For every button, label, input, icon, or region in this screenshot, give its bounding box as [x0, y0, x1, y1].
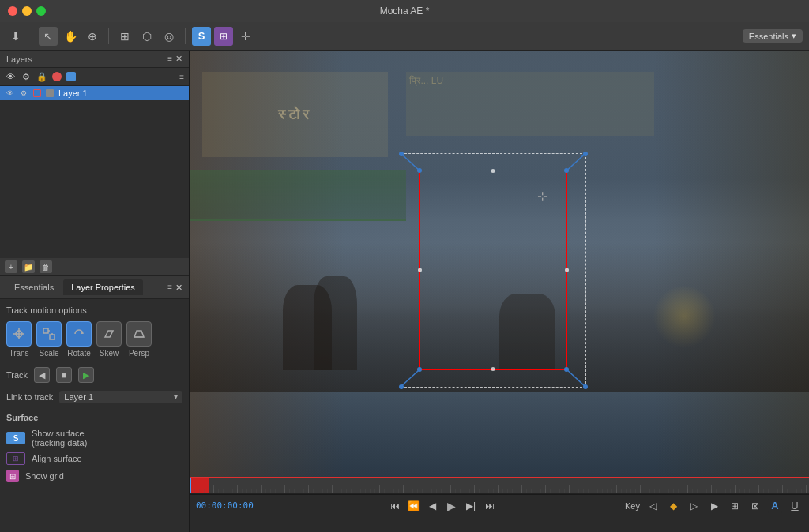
warp-tool-button[interactable]: ⊞ — [115, 27, 134, 46]
align-surface-item[interactable]: ⊞ Align surface — [6, 452, 182, 465]
toolbar-separator-2 — [108, 28, 109, 44]
mid-handle-top[interactable] — [491, 169, 495, 173]
app-title: Mocha AE * — [380, 6, 430, 17]
timeline-ticks-svg — [190, 478, 809, 493]
play-button[interactable]: ▶ — [443, 498, 461, 514]
minimize-button[interactable] — [22, 6, 32, 16]
layer-type-icon — [46, 89, 54, 97]
show-surface-label: Show surface(tracking data) — [32, 429, 87, 448]
outer-corner-tr[interactable] — [583, 152, 588, 156]
crosshair-tool-button[interactable]: ✛ — [236, 27, 255, 46]
tab-essentials[interactable]: Essentials — [6, 279, 62, 295]
traffic-lights — [8, 6, 46, 16]
rotate-icon — [66, 321, 92, 347]
layer-name[interactable]: Layer 1 — [58, 88, 88, 98]
workspace-selector[interactable]: Essentials ▾ — [743, 29, 803, 43]
mid-handle-bottom[interactable] — [491, 367, 495, 371]
grid-tool-button[interactable]: ⊞ — [214, 27, 233, 46]
close-button[interactable] — [8, 6, 17, 16]
show-grid-item[interactable]: ⊞ Show grid — [6, 470, 182, 482]
frame-back-button[interactable]: ◀ — [424, 498, 442, 514]
outer-corner-br[interactable] — [583, 384, 588, 389]
outer-corner-tl[interactable] — [399, 152, 404, 156]
video-canvas: स्टोर प्रि... LU — [190, 51, 809, 477]
rotate-label: Rotate — [67, 349, 90, 358]
mid-handle-left[interactable] — [418, 268, 422, 272]
props-icon-add[interactable]: + — [5, 260, 17, 273]
playback-controls: ⏮ ⏪ ◀ ▶ ▶| ⏭ — [262, 498, 623, 514]
maximize-button[interactable] — [36, 6, 46, 16]
lock-column-icon: 🔒 — [36, 71, 47, 82]
layers-menu-icon[interactable]: ≡ — [179, 73, 184, 81]
pointer-tool-button[interactable]: ↖ — [39, 27, 58, 46]
surface-section-label: Surface — [6, 413, 182, 422]
keyframe-next-button[interactable]: ▷ — [686, 498, 702, 514]
layer-color-swatch — [33, 89, 41, 97]
building-sign-center: प्रि... LU — [406, 72, 654, 136]
props-icon-folder[interactable]: 📁 — [22, 260, 35, 273]
cursor-icon: ⊹ — [537, 188, 547, 203]
unlink-button[interactable]: ⊠ — [747, 498, 763, 514]
persp-motion-button[interactable]: Persp — [126, 321, 152, 358]
svg-rect-4 — [50, 335, 55, 339]
key-label: Key — [625, 501, 640, 511]
outer-corner-bl[interactable] — [399, 384, 404, 389]
show-surface-item[interactable]: S Show surface(tracking data) — [6, 429, 182, 448]
align-surface-icon: ⊞ — [6, 452, 25, 465]
layer-row[interactable]: 👁 ⚙ Layer 1 — [0, 86, 189, 100]
align-surface-label: Align surface — [32, 454, 82, 463]
tab-layer-properties[interactable]: Layer Properties — [63, 279, 143, 295]
grid-surface-icon: ⊞ — [6, 470, 19, 482]
playhead[interactable] — [190, 478, 191, 493]
main-toolbar: ⬇ ↖ ✋ ⊕ ⊞ ⬡ ◎ S ⊞ ✛ Essentials ▾ — [0, 22, 809, 51]
scale-motion-button[interactable]: Scale — [36, 321, 62, 358]
building-sign-left: स्टोर — [202, 72, 388, 157]
workspace-chevron-icon: ▾ — [792, 31, 796, 41]
play-all-button[interactable]: ▶ — [706, 498, 722, 514]
rotate-motion-button[interactable]: Rotate — [66, 321, 92, 358]
svg-rect-3 — [43, 328, 48, 333]
svg-rect-15 — [190, 478, 809, 493]
corner-handle-tl[interactable] — [417, 168, 422, 173]
go-to-end-button[interactable]: ⏭ — [481, 498, 499, 514]
layers-icons-right: ≡ — [179, 73, 184, 81]
panel-close-icon[interactable]: ✕ — [175, 283, 182, 293]
layers-panel-close-icon[interactable]: ✕ — [175, 54, 182, 64]
timeline-ticks — [190, 478, 809, 493]
track-forward-button[interactable]: ▶ — [78, 367, 94, 383]
step-back-button[interactable]: ⏪ — [405, 498, 423, 514]
zoom-tool-button[interactable]: ⊕ — [83, 27, 102, 46]
skew-motion-button[interactable]: Skew — [96, 321, 122, 358]
trans-motion-button[interactable]: Trans — [6, 321, 32, 358]
persp-icon — [126, 321, 152, 347]
link-button[interactable]: ⊞ — [727, 498, 743, 514]
link-track-selector[interactable]: Layer 1 ▾ — [59, 391, 182, 403]
s-tool-button[interactable]: S — [192, 27, 211, 46]
keyframe-add-button[interactable]: ◆ — [665, 498, 681, 514]
panel-header-controls: ≡ ✕ — [167, 283, 182, 293]
props-toolbar: + 📁 🗑 — [0, 258, 189, 276]
skew-icon — [96, 321, 122, 347]
scale-icon — [36, 321, 62, 347]
align-icon-a[interactable]: A — [768, 499, 782, 513]
magic-wand-button[interactable]: ◎ — [160, 27, 179, 46]
bezier-tool-button[interactable]: ⬡ — [137, 27, 156, 46]
timeline-bar[interactable] — [190, 478, 809, 494]
layers-header-left: Layers — [6, 54, 32, 64]
mid-handle-right[interactable] — [565, 268, 569, 272]
settings-column-icon: ⚙ — [21, 71, 32, 82]
props-icon-trash[interactable]: 🗑 — [40, 260, 52, 273]
download-tool-button[interactable]: ⬇ — [6, 27, 25, 46]
go-to-start-button[interactable]: ⏮ — [386, 498, 404, 514]
link-track-label: Link to track — [6, 392, 53, 402]
frame-forward-button[interactable]: ▶| — [462, 498, 480, 514]
layer-visibility-icon: 👁 — [5, 88, 14, 98]
hand-tool-button[interactable]: ✋ — [61, 27, 80, 46]
layers-panel-icon: ≡ — [167, 54, 172, 63]
person-2 — [314, 276, 357, 370]
track-backward-button[interactable]: ◀ — [34, 367, 50, 383]
align-icon-u[interactable]: U — [787, 498, 803, 514]
track-stop-button[interactable]: ■ — [56, 367, 72, 383]
keyframe-prev-button[interactable]: ◁ — [645, 498, 660, 514]
video-area: स्टोर प्रि... LU — [190, 51, 809, 532]
